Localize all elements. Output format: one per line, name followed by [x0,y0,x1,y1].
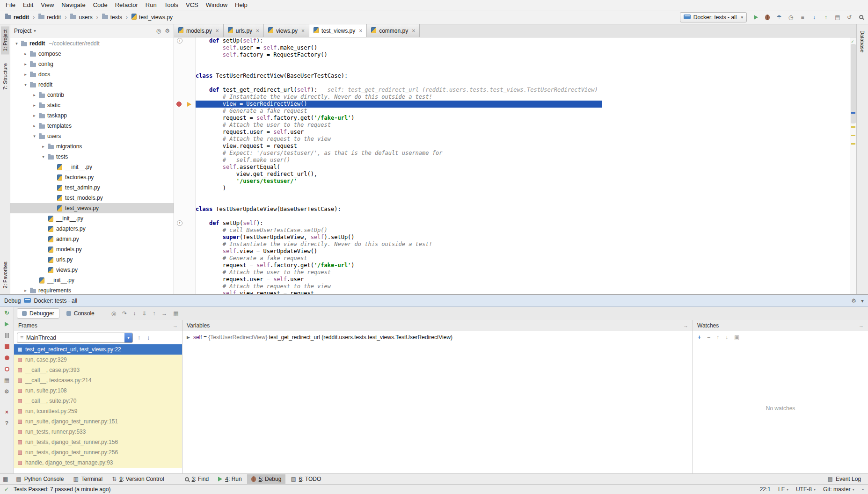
hide-icon[interactable]: ▾ [861,298,864,304]
code-content[interactable]: def setUp(self): self.user = self.make_u… [196,37,850,294]
close-tab-icon[interactable]: × [216,28,219,34]
code-editor[interactable]: ↑↑ def setUp(self): self.user = self.mak… [174,37,856,294]
debug-tab-debugger[interactable]: Debugger [17,308,59,319]
tree-item-init-py[interactable]: __init__.py [10,213,174,224]
mute-breakpoints-icon[interactable] [3,366,11,372]
tool-button-1-project[interactable]: 1: Project [1,26,9,54]
locate-icon[interactable]: ◎ [156,28,161,34]
code-line[interactable]: # Attach the request to the view [196,136,850,143]
tool-button-7-structure[interactable]: 7: Structure [1,60,9,93]
line-separator-selector[interactable]: LF▾ [778,486,788,493]
tree-item-reddit[interactable]: ▾reddit [10,80,174,90]
menu-vcs[interactable]: VCS [182,0,202,10]
tree-item-models-py[interactable]: models.py [10,244,174,254]
stack-frame[interactable]: handle, django_test_manage.py:93 [14,458,182,468]
git-branch-selector[interactable]: Git: master▾ [823,486,854,493]
code-line[interactable]: # Attach the user to the request [196,122,850,129]
settings-icon[interactable]: ⚙ [3,388,11,394]
hide-panel-icon[interactable]: → [859,323,864,328]
profiler-icon[interactable]: ◷ [788,15,794,20]
close-tab-icon[interactable]: × [359,28,362,34]
hide-panel-icon[interactable]: → [173,323,178,328]
thread-selector[interactable]: ≡ MainThread ▾ [17,333,133,343]
caret-position[interactable]: 22:1 [760,486,771,493]
stack-frame[interactable]: run, tcunittest.py:259 [14,406,182,416]
code-line[interactable]: self.assertEqual( [196,164,850,171]
close-icon[interactable]: × [3,409,11,415]
breadcrumb-tests[interactable]: tests [101,13,124,21]
combo-dropdown-icon[interactable]: ▾ [124,333,132,342]
toolwindow-button-4-run[interactable]: 4: Run [214,474,246,484]
editor-tab-test-views-py[interactable]: test_views.py× [309,24,367,37]
tree-item-contrib[interactable]: ▸contrib [10,90,174,100]
next-frame-icon[interactable]: ↓ [145,334,152,341]
add-watch-icon[interactable]: + [695,334,703,341]
toolwindow-button-9-version-control[interactable]: ⇅9: Version Control [108,474,168,484]
code-line[interactable]: self.user = self.make_user() [196,44,850,51]
copy-icon[interactable]: ▣ [732,334,742,341]
hide-panel-icon[interactable]: → [683,323,688,328]
code-line[interactable]: request = self.factory.get('/fake-url') [196,262,850,269]
menu-file[interactable]: File [2,0,19,10]
resume-icon[interactable] [3,321,11,327]
force-step-into-icon[interactable]: ⇓ [139,310,149,317]
code-line[interactable]: class TestUserRedirectView(BaseUserTestC… [196,73,850,80]
encoding-selector[interactable]: UTF-8▾ [796,486,816,493]
expand-arrow-icon[interactable]: ▶ [187,335,190,340]
menu-navigate[interactable]: Navigate [58,0,89,10]
debug-tab-console[interactable]: Console [61,308,100,319]
code-line[interactable]: # Attach the request to the view [196,283,850,290]
code-line[interactable]: # Attach the user to the request [196,269,850,276]
tree-item-static[interactable]: ▸static [10,100,174,110]
rerun-icon[interactable]: ↻ [3,310,11,316]
toolwindow-button-event-log[interactable]: ▤Event Log [824,474,865,484]
tree-item-requirements[interactable]: ▸requirements [10,285,174,294]
stack-frame[interactable]: test_get_redirect_url, test_views.py:22 [14,344,182,355]
editor-gutter[interactable]: ↑↑ [174,37,196,294]
project-panel-title[interactable]: Project [14,28,31,34]
code-line[interactable]: # call BaseUserTestCase.setUp() [196,227,850,234]
variable-row[interactable]: ▶ self = {TestUserRedirectView} test_get… [182,331,693,343]
settings-icon[interactable]: ⚙ [851,298,856,304]
menu-tools[interactable]: Tools [160,0,182,10]
breadcrumb-reddit[interactable]: reddit [4,13,30,21]
move-up-icon[interactable]: ↑ [714,334,722,341]
stack-frame[interactable]: run_suite, django_test_runner.py:151 [14,416,182,427]
evaluate-expression-icon[interactable]: ▦ [171,310,181,317]
menu-code[interactable]: Code [89,0,111,10]
stack-frame[interactable]: __call__, case.py:393 [14,365,182,375]
code-line[interactable]: # Generate a fake request [196,108,850,115]
stripe-mark[interactable] [851,143,855,145]
tree-item-views-py[interactable]: views.py [10,265,174,275]
scrollbar-error-stripe[interactable]: ✓ [850,37,856,294]
tree-item-reddit[interactable]: ▾reddit~/cookiecutter/reddit [10,38,174,49]
show-execution-point-icon[interactable]: ◎ [109,310,118,317]
close-tab-icon[interactable]: × [256,28,259,34]
editor-tab-common-py[interactable]: common.py× [367,24,420,37]
code-line[interactable] [196,213,850,220]
vcs-update-icon[interactable]: ↓ [811,15,817,20]
previous-frame-icon[interactable]: ↑ [136,334,142,341]
menu-edit[interactable]: Edit [19,0,37,10]
tree-item-config[interactable]: ▸config [10,59,174,69]
menu-help[interactable]: Help [231,0,251,10]
tree-item-compose[interactable]: ▸compose [10,49,174,59]
code-line[interactable]: def test_get_redirect_url(self): self: t… [196,87,850,94]
menu-window[interactable]: Window [202,0,231,10]
search-icon[interactable] [858,15,864,19]
toolwindow-button-python-console[interactable]: ▤Python Console [12,474,68,484]
tree-item-admin-py[interactable]: admin.py [10,234,174,244]
menu-view[interactable]: View [37,0,58,10]
code-line[interactable]: # self.make_user() [196,157,850,164]
step-into-icon[interactable]: ↓ [131,310,138,317]
code-line[interactable] [196,58,850,65]
pause-icon[interactable] [3,332,11,338]
stripe-mark[interactable] [851,126,855,128]
tree-item-test-models-py[interactable]: test_models.py [10,193,174,203]
tree-item-taskapp[interactable]: ▸taskapp [10,110,174,121]
breakpoint-icon[interactable] [176,102,182,107]
code-line[interactable] [196,192,850,199]
tree-item-urls-py[interactable]: urls.py [10,254,174,265]
run-configuration-selector[interactable]: Docker: tests - all ▾ [680,12,747,22]
stack-frame[interactable]: run, case.py:329 [14,355,182,365]
